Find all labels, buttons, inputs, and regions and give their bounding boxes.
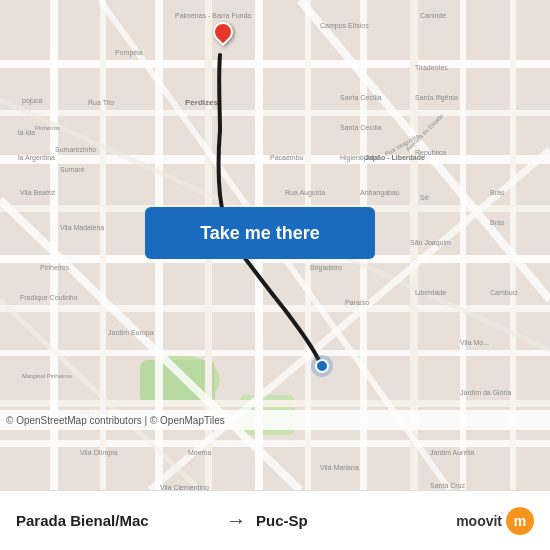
route-arrow-icon: → bbox=[226, 509, 246, 532]
destination-marker bbox=[213, 22, 233, 42]
svg-text:Cambuci: Cambuci bbox=[490, 289, 518, 296]
moovit-icon: m bbox=[506, 507, 534, 535]
svg-text:Jardim da Glória: Jardim da Glória bbox=[460, 389, 511, 396]
svg-text:Fradique Coutinho: Fradique Coutinho bbox=[20, 294, 78, 302]
svg-text:Liberdade: Liberdade bbox=[415, 289, 446, 296]
svg-text:Sé: Sé bbox=[420, 194, 429, 201]
attribution-text: © OpenStreetMap contributors | © OpenMap… bbox=[6, 415, 225, 426]
svg-rect-11 bbox=[0, 400, 550, 407]
origin-label: Parada Bienal/Mac bbox=[16, 512, 216, 529]
svg-text:Anhangabaú: Anhangabaú bbox=[360, 189, 400, 197]
svg-text:Vila Madalena: Vila Madalena bbox=[60, 224, 104, 231]
svg-text:Santa Cecília: Santa Cecília bbox=[340, 124, 382, 131]
svg-rect-4 bbox=[0, 60, 550, 68]
moovit-logo: moovit m bbox=[456, 507, 534, 535]
svg-text:Tiradentes: Tiradentes bbox=[415, 64, 448, 71]
svg-text:Perdizes: Perdizes bbox=[185, 98, 218, 107]
destination-label: Puc-Sp bbox=[256, 512, 456, 529]
svg-rect-10 bbox=[0, 350, 550, 356]
svg-text:São Joaquim: São Joaquim bbox=[410, 239, 451, 247]
map-attribution: © OpenStreetMap contributors | © OpenMap… bbox=[0, 410, 550, 430]
svg-text:Brigadeiro: Brigadeiro bbox=[310, 264, 342, 272]
svg-text:Pinheiros: Pinheiros bbox=[40, 264, 70, 271]
svg-text:Japão - Liberdade: Japão - Liberdade bbox=[365, 154, 425, 162]
svg-text:Santa Ifigênia: Santa Ifigênia bbox=[415, 94, 458, 102]
svg-text:Vila Beatriz: Vila Beatriz bbox=[20, 189, 56, 196]
svg-text:Rua Augusta: Rua Augusta bbox=[285, 189, 325, 197]
svg-text:Brás: Brás bbox=[490, 189, 505, 196]
take-me-there-button[interactable]: Take me there bbox=[145, 207, 375, 259]
svg-text:Canindé: Canindé bbox=[420, 12, 446, 19]
svg-text:Jardim Aurélia: Jardim Aurélia bbox=[430, 449, 474, 456]
svg-text:Marginal Pinheiros: Marginal Pinheiros bbox=[22, 373, 72, 379]
svg-text:Rua Tito: Rua Tito bbox=[88, 99, 114, 106]
svg-text:Pinheiros: Pinheiros bbox=[35, 125, 60, 131]
svg-text:Santa Cecília: Santa Cecília bbox=[340, 94, 382, 101]
svg-text:Brás: Brás bbox=[490, 219, 505, 226]
svg-text:Moema: Moema bbox=[188, 449, 211, 456]
svg-text:Pompéia: Pompéia bbox=[115, 49, 143, 57]
svg-text:Sumaré: Sumaré bbox=[60, 166, 85, 173]
svg-text:pojuca: pojuca bbox=[22, 97, 43, 105]
svg-text:la Argentina: la Argentina bbox=[18, 154, 55, 162]
svg-text:Campos Elísios: Campos Elísios bbox=[320, 22, 369, 30]
svg-text:Jardim Europa: Jardim Europa bbox=[108, 329, 154, 337]
svg-text:Vila Mariana: Vila Mariana bbox=[320, 464, 359, 471]
svg-rect-12 bbox=[0, 440, 550, 447]
svg-text:Paraíso: Paraíso bbox=[345, 299, 369, 306]
origin-marker bbox=[311, 355, 333, 377]
svg-text:Santa Cruz: Santa Cruz bbox=[430, 482, 466, 489]
svg-text:Palmeiras - Barra Funda: Palmeiras - Barra Funda bbox=[175, 12, 251, 19]
svg-text:Vila Olímpia: Vila Olímpia bbox=[80, 449, 118, 457]
svg-text:Vila Mo...: Vila Mo... bbox=[460, 339, 489, 346]
svg-text:Pacaembu: Pacaembu bbox=[270, 154, 304, 161]
svg-text:la Ida: la Ida bbox=[18, 129, 35, 136]
bottom-bar: Parada Bienal/Mac → Puc-Sp moovit m bbox=[0, 490, 550, 550]
svg-text:Sumarezinho: Sumarezinho bbox=[55, 146, 96, 153]
moovit-text: moovit bbox=[456, 513, 502, 529]
svg-rect-5 bbox=[0, 110, 550, 116]
map-container: Rua Tito Pinheiros Palmeiras - Barra Fun… bbox=[0, 0, 550, 490]
